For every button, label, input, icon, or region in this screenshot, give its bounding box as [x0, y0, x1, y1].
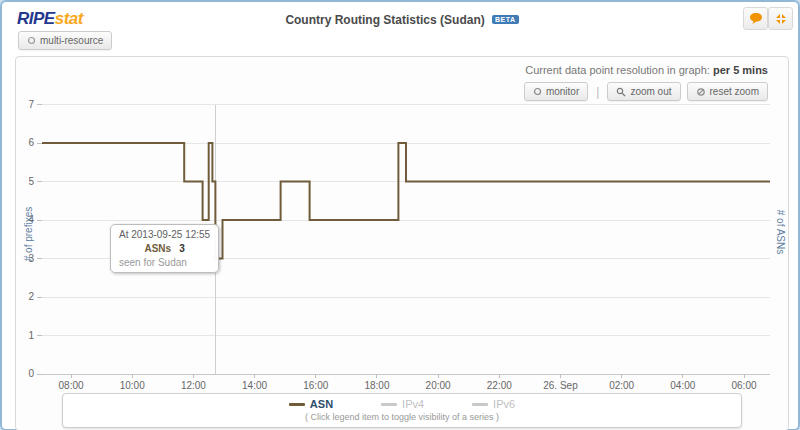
chart-plot-area[interactable]: 0123456708:0010:0012:0014:0016:0018:0020…	[2, 2, 800, 430]
x-tick-label: 20:00	[426, 380, 451, 391]
y-tick-label: 2	[28, 291, 34, 302]
y-tick-label: 0	[28, 368, 34, 379]
widget-frame: RIPEstat Country Routing Statistics (Sud…	[0, 0, 800, 430]
tooltip-series-value: 3	[179, 243, 185, 254]
legend-item-asn[interactable]: ASN	[289, 398, 333, 410]
x-tick-label: 26. Sep	[543, 380, 578, 391]
tooltip-series-name: ASNs	[144, 243, 171, 254]
x-tick-label: 22:00	[487, 380, 512, 391]
y-tick-label: 1	[28, 330, 34, 341]
x-tick-label: 16:00	[303, 380, 328, 391]
x-tick-label: 12:00	[181, 380, 206, 391]
x-tick-label: 10:00	[120, 380, 145, 391]
legend-label: IPv6	[493, 398, 515, 410]
legend-item-ipv6[interactable]: IPv6	[472, 398, 515, 410]
tooltip-value-row: ASNs3	[119, 243, 210, 254]
legend-label: IPv4	[402, 398, 424, 410]
legend-label: ASN	[310, 398, 333, 410]
x-tick-label: 08:00	[59, 380, 84, 391]
x-tick-label: 18:00	[364, 380, 389, 391]
legend-box: ASNIPv4IPv6 ( Click legend item to toggl…	[62, 393, 742, 428]
y-axis-title-right: # of ASNs	[775, 210, 786, 254]
legend-dash-icon	[381, 403, 397, 406]
x-tick-label: 04:00	[670, 380, 695, 391]
legend-dash-icon	[472, 403, 488, 406]
y-tick-label: 5	[28, 176, 34, 187]
legend-item-ipv4[interactable]: IPv4	[381, 398, 424, 410]
x-tick-label: 02:00	[609, 380, 634, 391]
chart-tooltip: At 2013-09-25 12:55 ASNs3 seen for Sudan	[110, 224, 219, 273]
y-tick-label: 6	[28, 137, 34, 148]
legend-hint: ( Click legend item to toggle visibility…	[63, 412, 741, 422]
legend-items: ASNIPv4IPv6	[63, 398, 741, 410]
y-axis-title-left: # of prefixes	[23, 207, 34, 261]
x-tick-label: 06:00	[731, 380, 756, 391]
tooltip-note: seen for Sudan	[119, 257, 210, 268]
tooltip-time: At 2013-09-25 12:55	[119, 229, 210, 240]
y-tick-label: 7	[28, 99, 34, 110]
x-tick-label: 14:00	[242, 380, 267, 391]
legend-dash-icon	[289, 403, 305, 406]
